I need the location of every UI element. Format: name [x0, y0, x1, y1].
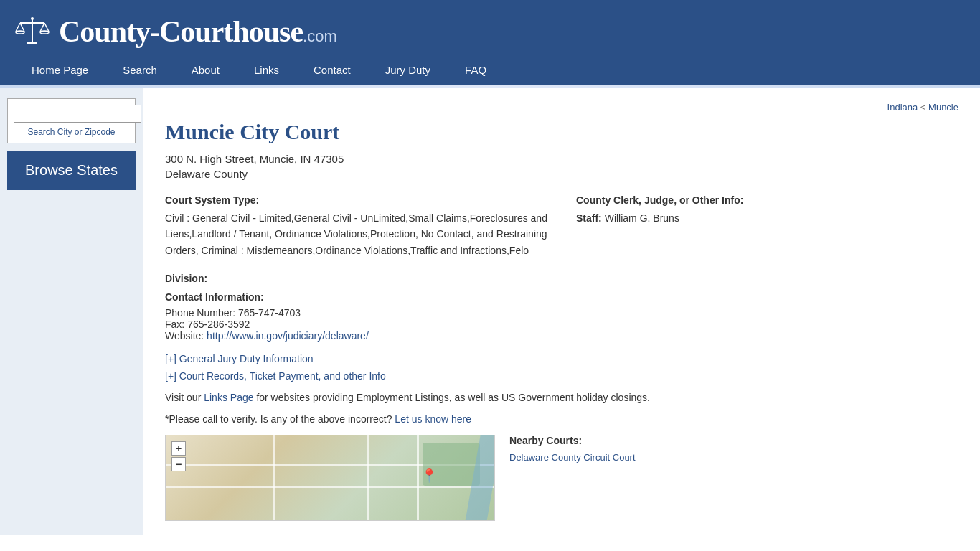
- division-label: Division:: [165, 273, 207, 284]
- logo-area: County-Courthouse.com: [14, 7, 966, 55]
- site-logo-text: County-Courthouse: [59, 15, 303, 48]
- map-placeholder: 📍 + −: [166, 435, 494, 520]
- staff-label: Staff:: [576, 212, 602, 224]
- svg-point-5: [16, 31, 24, 34]
- map-area: 📍 + −: [165, 435, 495, 521]
- contact-label: Contact Information:: [165, 291, 958, 303]
- search-form: GO: [14, 105, 129, 123]
- map-nearby-wrapper: 📍 + − Nearby Courts: Delaware County Cir…: [165, 435, 958, 521]
- svg-line-8: [40, 23, 44, 32]
- links-before-text: Visit our: [165, 392, 204, 403]
- svg-point-9: [40, 31, 49, 34]
- svg-line-4: [16, 23, 20, 32]
- website-label: Website:: [165, 330, 204, 342]
- logo-text-container: County-Courthouse.com: [59, 14, 337, 49]
- nav-jury-duty[interactable]: Jury Duty: [368, 55, 448, 85]
- nav-home[interactable]: Home Page: [14, 55, 105, 85]
- let-us-know-link[interactable]: Let us know here: [395, 413, 471, 425]
- links-page-link[interactable]: Links Page: [204, 392, 253, 403]
- map-zoom-out[interactable]: −: [171, 457, 186, 471]
- court-address: 300 N. High Street, Muncie, IN 47305: [165, 153, 958, 165]
- main-nav: Home Page Search About Links Contact Jur…: [14, 55, 966, 85]
- verify-paragraph: *Please call to verify. Is any of the ab…: [165, 413, 958, 425]
- site-logo-com: .com: [303, 27, 337, 45]
- phone-value: 765-747-4703: [238, 307, 301, 319]
- main-content: Indiana < Muncie Muncie City Court 300 N…: [143, 88, 980, 535]
- division-section: Division:: [165, 273, 958, 284]
- svg-line-2: [20, 23, 24, 32]
- nav-about[interactable]: About: [174, 55, 237, 85]
- phone-label: Phone Number:: [165, 307, 235, 319]
- breadcrumb: Indiana < Muncie: [165, 102, 958, 113]
- system-type-value: Civil : General Civil - Limited,General …: [165, 210, 547, 258]
- nav-links[interactable]: Links: [237, 55, 296, 85]
- breadcrumb-separator: <: [918, 102, 928, 113]
- map-zoom-in[interactable]: +: [171, 441, 186, 456]
- nav-faq[interactable]: FAQ: [448, 55, 504, 85]
- nearby-courts: Nearby Courts: Delaware County Circuit C…: [509, 435, 958, 521]
- nearby-court-0[interactable]: Delaware County Circuit Court: [509, 452, 958, 463]
- search-input[interactable]: [14, 105, 141, 123]
- verify-before-text: *Please call to verify. Is any of the ab…: [165, 413, 395, 425]
- svg-line-6: [44, 23, 49, 32]
- fax-value: 765-286-3592: [187, 319, 250, 330]
- staff-value: William G. Bruns: [605, 212, 679, 224]
- svg-point-11: [31, 17, 34, 20]
- links-paragraph: Visit our Links Page for websites provid…: [165, 392, 958, 403]
- website-info: Website: http://www.in.gov/judiciary/del…: [165, 330, 958, 342]
- court-details: Court System Type: Civil : General Civil…: [165, 194, 958, 258]
- search-city-label: Search City or Zipcode: [14, 127, 129, 137]
- nearby-courts-title: Nearby Courts:: [509, 435, 958, 446]
- website-link[interactable]: http://www.in.gov/judiciary/delaware/: [207, 330, 369, 342]
- system-type-label: Court System Type:: [165, 194, 547, 206]
- court-system-section: Court System Type: Civil : General Civil…: [165, 194, 547, 258]
- scales-icon: [14, 16, 50, 48]
- links-after-text: for websites providing Employment Listin…: [254, 392, 650, 403]
- browse-states-button[interactable]: Browse States: [7, 151, 136, 190]
- sidebar: GO Search City or Zipcode Browse States: [0, 88, 143, 535]
- records-link[interactable]: [+] Court Records, Ticket Payment, and o…: [165, 370, 958, 382]
- phone-info: Phone Number: 765-747-4703: [165, 307, 958, 319]
- court-county: Delaware County: [165, 168, 958, 180]
- nav-contact[interactable]: Contact: [296, 55, 368, 85]
- nav-search[interactable]: Search: [105, 55, 174, 85]
- court-title: Muncie City Court: [165, 120, 958, 144]
- county-clerk-label: County Clerk, Judge, or Other Info:: [576, 194, 958, 206]
- header: County-Courthouse.com Home Page Search A…: [0, 0, 980, 85]
- breadcrumb-state[interactable]: Indiana: [887, 102, 918, 113]
- fax-info: Fax: 765-286-3592: [165, 319, 958, 330]
- contact-section: Contact Information: Phone Number: 765-7…: [165, 291, 958, 342]
- county-clerk-section: County Clerk, Judge, or Other Info: Staf…: [576, 194, 958, 258]
- content-wrapper: GO Search City or Zipcode Browse States …: [0, 88, 980, 535]
- staff-info: Staff: William G. Bruns: [576, 210, 958, 226]
- breadcrumb-city[interactable]: Muncie: [928, 102, 958, 113]
- jury-duty-link[interactable]: [+] General Jury Duty Information: [165, 353, 958, 364]
- fax-label: Fax:: [165, 319, 184, 330]
- search-box-area: GO Search City or Zipcode: [7, 98, 136, 143]
